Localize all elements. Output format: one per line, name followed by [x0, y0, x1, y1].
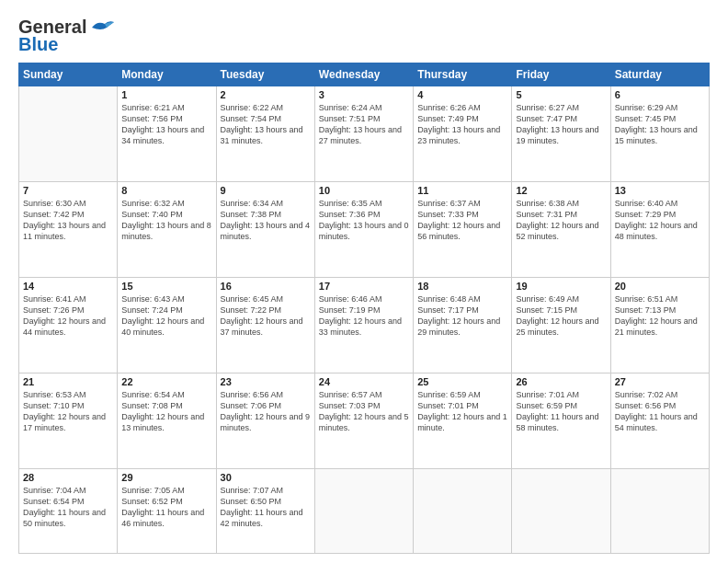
calendar-cell: 18Sunrise: 6:48 AMSunset: 7:17 PMDayligh…: [414, 277, 512, 373]
calendar-cell: 8Sunrise: 6:32 AMSunset: 7:40 PMDaylight…: [118, 181, 216, 277]
day-info: Sunrise: 6:22 AMSunset: 7:54 PMDaylight:…: [221, 102, 311, 147]
calendar-cell: 13Sunrise: 6:40 AMSunset: 7:29 PMDayligh…: [610, 181, 709, 277]
day-number: 19: [516, 281, 606, 292]
weekday-header: Monday: [118, 63, 216, 86]
header: General Blue: [18, 17, 710, 55]
calendar-table: SundayMondayTuesdayWednesdayThursdayFrid…: [18, 63, 710, 554]
calendar-cell: 26Sunrise: 7:01 AMSunset: 6:59 PMDayligh…: [512, 373, 610, 468]
day-number: 16: [221, 281, 311, 292]
day-info: Sunrise: 6:32 AMSunset: 7:40 PMDaylight:…: [121, 198, 211, 243]
calendar-cell: 30Sunrise: 7:07 AMSunset: 6:50 PMDayligh…: [216, 468, 314, 553]
calendar-cell: 22Sunrise: 6:54 AMSunset: 7:08 PMDayligh…: [118, 373, 216, 468]
weekday-header: Saturday: [610, 63, 709, 86]
logo-blue: Blue: [18, 34, 58, 55]
day-number: 2: [221, 89, 311, 100]
day-info: Sunrise: 6:45 AMSunset: 7:22 PMDaylight:…: [221, 293, 311, 339]
weekday-header: Tuesday: [216, 63, 314, 86]
day-info: Sunrise: 6:54 AMSunset: 7:08 PMDaylight:…: [121, 389, 211, 434]
calendar-cell: 20Sunrise: 6:51 AMSunset: 7:13 PMDayligh…: [610, 277, 709, 373]
day-number: 20: [615, 281, 705, 292]
day-number: 29: [121, 472, 211, 483]
day-info: Sunrise: 6:40 AMSunset: 7:29 PMDaylight:…: [615, 198, 705, 243]
day-number: 24: [319, 376, 409, 387]
calendar-cell: 17Sunrise: 6:46 AMSunset: 7:19 PMDayligh…: [314, 277, 413, 373]
day-info: Sunrise: 6:59 AMSunset: 7:01 PMDaylight:…: [417, 389, 507, 434]
calendar-cell: 27Sunrise: 7:02 AMSunset: 6:56 PMDayligh…: [610, 373, 709, 468]
day-info: Sunrise: 6:56 AMSunset: 7:06 PMDaylight:…: [221, 389, 311, 434]
calendar-cell: 2Sunrise: 6:22 AMSunset: 7:54 PMDaylight…: [216, 86, 314, 182]
day-info: Sunrise: 6:49 AMSunset: 7:15 PMDaylight:…: [516, 293, 606, 339]
day-info: Sunrise: 7:01 AMSunset: 6:59 PMDaylight:…: [516, 389, 606, 434]
day-info: Sunrise: 6:38 AMSunset: 7:31 PMDaylight:…: [516, 198, 606, 243]
weekday-header: Friday: [512, 63, 610, 86]
calendar-cell: 15Sunrise: 6:43 AMSunset: 7:24 PMDayligh…: [118, 277, 216, 373]
day-number: 26: [516, 376, 606, 387]
calendar-cell: [512, 468, 610, 553]
calendar-cell: 23Sunrise: 6:56 AMSunset: 7:06 PMDayligh…: [216, 373, 314, 468]
day-number: 25: [417, 376, 507, 387]
day-number: 13: [615, 185, 705, 196]
weekday-header: Sunday: [19, 63, 118, 86]
day-info: Sunrise: 6:41 AMSunset: 7:26 PMDaylight:…: [23, 293, 113, 339]
day-number: 21: [23, 376, 113, 387]
calendar-cell: 9Sunrise: 6:34 AMSunset: 7:38 PMDaylight…: [216, 181, 314, 277]
day-number: 8: [121, 185, 211, 196]
calendar-cell: 24Sunrise: 6:57 AMSunset: 7:03 PMDayligh…: [314, 373, 413, 468]
calendar-cell: 4Sunrise: 6:26 AMSunset: 7:49 PMDaylight…: [414, 86, 512, 182]
day-number: 18: [417, 281, 507, 292]
calendar-cell: 12Sunrise: 6:38 AMSunset: 7:31 PMDayligh…: [512, 181, 610, 277]
day-info: Sunrise: 6:27 AMSunset: 7:47 PMDaylight:…: [516, 102, 606, 147]
day-info: Sunrise: 7:02 AMSunset: 6:56 PMDaylight:…: [615, 389, 705, 434]
day-info: Sunrise: 6:24 AMSunset: 7:51 PMDaylight:…: [319, 102, 409, 147]
day-number: 10: [319, 185, 409, 196]
day-number: 22: [121, 376, 211, 387]
calendar-cell: 25Sunrise: 6:59 AMSunset: 7:01 PMDayligh…: [414, 373, 512, 468]
day-number: 12: [516, 185, 606, 196]
calendar-cell: 3Sunrise: 6:24 AMSunset: 7:51 PMDaylight…: [314, 86, 413, 182]
calendar-cell: 10Sunrise: 6:35 AMSunset: 7:36 PMDayligh…: [314, 181, 413, 277]
day-info: Sunrise: 6:30 AMSunset: 7:42 PMDaylight:…: [23, 198, 113, 243]
calendar-cell: [414, 468, 512, 553]
day-number: 27: [615, 376, 705, 387]
day-info: Sunrise: 6:53 AMSunset: 7:10 PMDaylight:…: [23, 389, 113, 434]
calendar-cell: [314, 468, 413, 553]
calendar-cell: 21Sunrise: 6:53 AMSunset: 7:10 PMDayligh…: [19, 373, 118, 468]
weekday-header: Wednesday: [314, 63, 413, 86]
day-info: Sunrise: 6:51 AMSunset: 7:13 PMDaylight:…: [615, 293, 705, 339]
day-number: 11: [417, 185, 507, 196]
day-info: Sunrise: 6:57 AMSunset: 7:03 PMDaylight:…: [319, 389, 409, 434]
day-number: 17: [319, 281, 409, 292]
day-info: Sunrise: 7:05 AMSunset: 6:52 PMDaylight:…: [121, 485, 211, 530]
day-number: 23: [221, 376, 311, 387]
calendar-cell: 7Sunrise: 6:30 AMSunset: 7:42 PMDaylight…: [19, 181, 118, 277]
page: General Blue SundayMondayTuesdayWednesda…: [0, 0, 728, 563]
day-info: Sunrise: 6:37 AMSunset: 7:33 PMDaylight:…: [417, 198, 507, 243]
day-number: 3: [319, 89, 409, 100]
day-info: Sunrise: 6:43 AMSunset: 7:24 PMDaylight:…: [121, 293, 211, 339]
calendar-cell: 11Sunrise: 6:37 AMSunset: 7:33 PMDayligh…: [414, 181, 512, 277]
calendar-cell: 28Sunrise: 7:04 AMSunset: 6:54 PMDayligh…: [19, 468, 118, 553]
calendar-cell: 5Sunrise: 6:27 AMSunset: 7:47 PMDaylight…: [512, 86, 610, 182]
calendar-cell: 16Sunrise: 6:45 AMSunset: 7:22 PMDayligh…: [216, 277, 314, 373]
calendar-cell: 6Sunrise: 6:29 AMSunset: 7:45 PMDaylight…: [610, 86, 709, 182]
calendar-cell: 19Sunrise: 6:49 AMSunset: 7:15 PMDayligh…: [512, 277, 610, 373]
day-number: 1: [121, 89, 211, 100]
day-number: 6: [615, 89, 705, 100]
day-number: 9: [221, 185, 311, 196]
calendar-cell: [19, 86, 118, 182]
day-number: 14: [23, 281, 113, 292]
day-number: 28: [23, 472, 113, 483]
calendar-cell: 1Sunrise: 6:21 AMSunset: 7:56 PMDaylight…: [118, 86, 216, 182]
calendar-cell: 14Sunrise: 6:41 AMSunset: 7:26 PMDayligh…: [19, 277, 118, 373]
day-number: 4: [417, 89, 507, 100]
day-info: Sunrise: 6:48 AMSunset: 7:17 PMDaylight:…: [417, 293, 507, 339]
logo: General Blue: [18, 17, 114, 55]
logo-bird-icon: [88, 18, 114, 37]
day-info: Sunrise: 7:07 AMSunset: 6:50 PMDaylight:…: [221, 485, 311, 530]
calendar-cell: 29Sunrise: 7:05 AMSunset: 6:52 PMDayligh…: [118, 468, 216, 553]
day-info: Sunrise: 6:34 AMSunset: 7:38 PMDaylight:…: [221, 198, 311, 243]
calendar-cell: [610, 468, 709, 553]
day-info: Sunrise: 6:26 AMSunset: 7:49 PMDaylight:…: [417, 102, 507, 147]
day-info: Sunrise: 6:21 AMSunset: 7:56 PMDaylight:…: [121, 102, 211, 147]
day-number: 5: [516, 89, 606, 100]
